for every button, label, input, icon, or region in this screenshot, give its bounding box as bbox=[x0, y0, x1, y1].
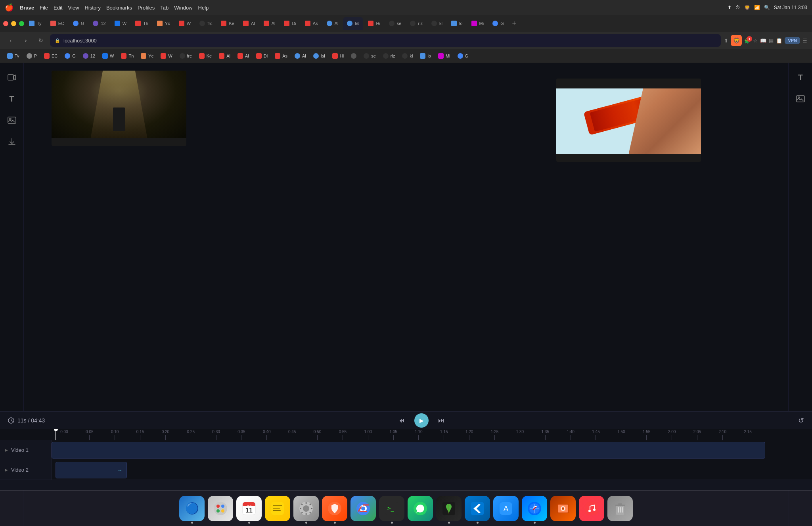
control-center-icon[interactable]: ⬆ bbox=[728, 5, 732, 10]
dock-preview[interactable] bbox=[550, 496, 576, 521]
dock-finder[interactable]: 🔵 bbox=[179, 496, 205, 521]
new-tab-button[interactable]: + bbox=[509, 18, 520, 29]
bookmark-g[interactable]: G bbox=[61, 52, 79, 60]
tab-yc[interactable]: Yc bbox=[153, 17, 174, 30]
prev-button[interactable]: ⏮ bbox=[395, 414, 408, 427]
dock-trash[interactable] bbox=[607, 496, 633, 521]
video-clip-2[interactable] bbox=[556, 79, 701, 162]
track-content-video-2[interactable]: → bbox=[52, 460, 812, 480]
history-icon[interactable]: 📋 bbox=[776, 38, 782, 44]
video-icon[interactable] bbox=[5, 71, 19, 84]
extensions-icon[interactable]: 🧩1 bbox=[744, 38, 751, 44]
reading-mode-icon[interactable]: 📖 bbox=[760, 38, 766, 44]
bookmark-th[interactable]: Th bbox=[118, 52, 137, 60]
back-button[interactable]: ‹ bbox=[5, 35, 17, 46]
play-button[interactable]: ▶ bbox=[414, 413, 429, 428]
menu-window[interactable]: Window bbox=[174, 5, 192, 11]
menu-brave[interactable]: Brave bbox=[20, 5, 34, 11]
bookmark-frc[interactable]: frc bbox=[176, 52, 195, 60]
video-clip-bar-2[interactable]: → bbox=[56, 462, 127, 478]
download-icon[interactable] bbox=[5, 135, 19, 148]
tab-12[interactable]: 12 bbox=[89, 17, 109, 30]
bookmark-p[interactable]: P bbox=[23, 52, 40, 60]
bookmark-g3[interactable]: G bbox=[454, 52, 472, 60]
track-content-video-1[interactable] bbox=[52, 440, 812, 460]
menu-icon[interactable]: ☰ bbox=[802, 38, 807, 44]
bookmark-as[interactable]: As bbox=[272, 52, 291, 60]
menu-help[interactable]: Help bbox=[198, 5, 209, 11]
tab-as[interactable]: As bbox=[301, 17, 322, 30]
brave-icon-menu[interactable]: 🦁 bbox=[744, 5, 750, 10]
right-image-icon[interactable] bbox=[794, 92, 807, 106]
menu-history[interactable]: History bbox=[84, 5, 100, 11]
tab-riz[interactable]: riz bbox=[406, 17, 427, 30]
dock-brave[interactable] bbox=[322, 496, 347, 521]
track-label-video-1[interactable]: ▶ Video 1 bbox=[0, 440, 52, 460]
next-button[interactable]: ⏭ bbox=[435, 414, 448, 427]
tab-ke[interactable]: Ke bbox=[217, 17, 238, 30]
bookmark-lo[interactable]: lo bbox=[417, 52, 434, 60]
bookmark-github2[interactable]: riz bbox=[380, 52, 398, 60]
bookmark-ke[interactable]: Ke bbox=[196, 52, 215, 60]
tab-se[interactable]: se bbox=[385, 17, 406, 30]
tab-kl[interactable]: kl bbox=[427, 17, 446, 30]
tab-ec[interactable]: EC bbox=[46, 17, 68, 30]
bookmark-al2[interactable]: Al bbox=[234, 52, 252, 60]
tab-w2[interactable]: W bbox=[175, 17, 195, 30]
menu-file[interactable]: File bbox=[40, 5, 48, 11]
minimize-button[interactable] bbox=[11, 21, 16, 26]
share-icon[interactable]: ⬆ bbox=[724, 38, 728, 44]
tab-g[interactable]: G bbox=[69, 17, 88, 30]
menu-tab[interactable]: Tab bbox=[160, 5, 169, 11]
bookmark-w[interactable]: W bbox=[99, 52, 117, 60]
bookmark-al1[interactable]: Al bbox=[216, 52, 234, 60]
bookmark-ty[interactable]: Ty bbox=[4, 52, 23, 60]
bookmark-kl[interactable]: kl bbox=[399, 52, 416, 60]
apple-menu[interactable]: 🍎 bbox=[5, 3, 13, 12]
tab-frc[interactable]: frc bbox=[195, 17, 216, 30]
tab-th[interactable]: Th bbox=[131, 17, 152, 30]
menu-edit[interactable]: Edit bbox=[54, 5, 62, 11]
tab-hi[interactable]: Hi bbox=[364, 17, 384, 30]
image-icon[interactable] bbox=[5, 113, 19, 127]
right-text-icon[interactable]: T bbox=[794, 71, 807, 84]
reload-button[interactable]: ↻ bbox=[35, 35, 47, 46]
video-clip-1[interactable] bbox=[52, 71, 186, 146]
tab-isl[interactable]: Isl bbox=[343, 17, 363, 30]
bookmark-volume[interactable] bbox=[348, 52, 360, 60]
playhead[interactable] bbox=[56, 429, 56, 440]
dock-mongodb[interactable] bbox=[436, 496, 462, 521]
maximize-button[interactable] bbox=[19, 21, 24, 26]
bookmark-icon[interactable]: ☆ bbox=[753, 38, 758, 44]
vpn-button[interactable]: VPN bbox=[785, 37, 800, 44]
bookmark-github[interactable]: se bbox=[360, 52, 379, 60]
bookmark-yc[interactable]: Yc bbox=[138, 52, 157, 60]
dock-calendar[interactable]: 11 JAN bbox=[236, 496, 262, 521]
bookmark-w2[interactable]: W bbox=[157, 52, 175, 60]
screen-time-icon[interactable]: ⏱ bbox=[735, 5, 740, 10]
bookmark-12[interactable]: 12 bbox=[80, 52, 98, 60]
dock-music[interactable] bbox=[579, 496, 604, 521]
menu-view[interactable]: View bbox=[68, 5, 79, 11]
dock-launchpad[interactable] bbox=[208, 496, 233, 521]
dock-appstore[interactable]: A bbox=[493, 496, 519, 521]
bookmark-isl[interactable]: Isl bbox=[310, 52, 328, 60]
bookmark-al3[interactable]: Al bbox=[291, 52, 309, 60]
sidebar-toggle-icon[interactable]: ▤ bbox=[769, 38, 774, 44]
tab-al2[interactable]: Al bbox=[260, 17, 280, 30]
dock-whatsapp[interactable] bbox=[408, 496, 433, 521]
wifi-icon[interactable]: 📶 bbox=[754, 5, 760, 10]
tab-ty[interactable]: Ty bbox=[25, 17, 46, 30]
track-label-video-2[interactable]: ▶ Video 2 bbox=[0, 460, 52, 480]
tab-al3[interactable]: Al bbox=[323, 17, 343, 30]
bookmark-di[interactable]: Di bbox=[253, 52, 271, 60]
dock-system-prefs[interactable] bbox=[293, 496, 319, 521]
tab-g2[interactable]: G bbox=[488, 17, 508, 30]
forward-button[interactable]: › bbox=[20, 35, 32, 46]
tab-al1[interactable]: Al bbox=[239, 17, 259, 30]
text-icon[interactable]: T bbox=[5, 92, 19, 106]
dock-notes[interactable] bbox=[265, 496, 290, 521]
bookmark-mi[interactable]: Mi bbox=[435, 52, 454, 60]
video-clip-bar-1[interactable] bbox=[52, 442, 765, 459]
dock-vscode[interactable] bbox=[465, 496, 490, 521]
